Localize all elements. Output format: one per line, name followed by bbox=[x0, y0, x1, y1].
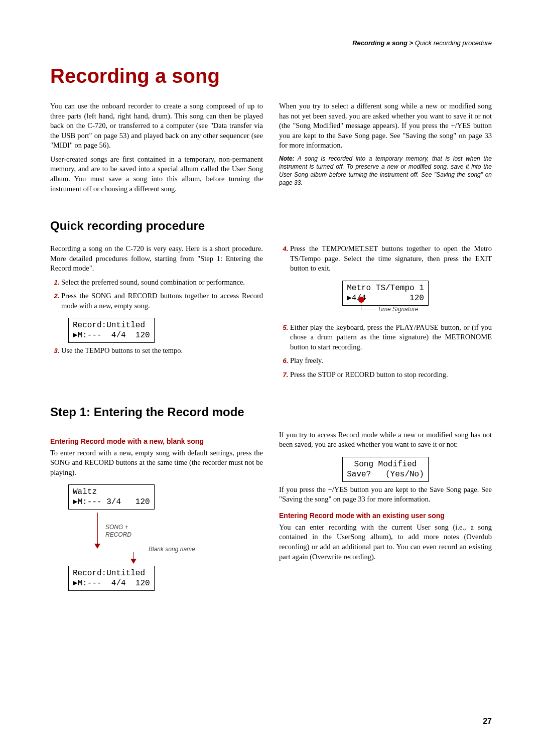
lcd-metro: Metro TS/Tempo 1 ▶4/4 120 bbox=[342, 281, 429, 306]
steps-right: Press the TEMPO/MET.SET buttons together… bbox=[279, 244, 492, 274]
lcd-record: Record:Untitled ▶M:--- 4/4 120 bbox=[68, 318, 155, 343]
steps-left: Select the preferred sound, sound combin… bbox=[50, 278, 263, 311]
intro-right-p1: When you try to select a different song … bbox=[279, 101, 492, 151]
arrow-label: SONG + RECORD bbox=[105, 524, 131, 538]
arrow-down-icon: SONG + RECORD bbox=[92, 513, 229, 548]
intro-columns: You can use the onboard recorder to crea… bbox=[50, 101, 492, 198]
step-2: Press the SONG and RECORD buttons togeth… bbox=[61, 291, 263, 311]
quick-title: Quick recording procedure bbox=[50, 219, 492, 233]
ts-caption: Time Signature bbox=[377, 306, 418, 313]
step1-right-p3: You can enter recording with the current… bbox=[279, 523, 492, 562]
note-label: Note: bbox=[279, 155, 295, 162]
intro-left-p2: User-created songs are first contained i… bbox=[50, 155, 263, 194]
step-5: Either play the keyboard, press the PLAY… bbox=[290, 323, 492, 352]
step1-title: Step 1: Entering the Record mode bbox=[50, 405, 492, 419]
note-text: A song is recorded into a temporary memo… bbox=[279, 155, 492, 187]
step-4: Press the TEMPO/MET.SET buttons together… bbox=[290, 244, 492, 274]
page-number: 27 bbox=[483, 717, 492, 726]
quick-left-p: Recording a song on the C-720 is very ea… bbox=[50, 244, 263, 274]
step-1: Select the preferred sound, sound combin… bbox=[61, 278, 263, 288]
intro-note: Note: A song is recorded into a temporar… bbox=[279, 155, 492, 187]
chapter-title: Recording a song bbox=[50, 65, 492, 87]
lcd-record-2: Record:Untitled ▶M:--- 4/4 120 bbox=[68, 566, 155, 591]
step1-p1: To enter record with a new, empty song w… bbox=[50, 448, 263, 478]
step1-sub2: Entering Record mode with an existing us… bbox=[279, 512, 492, 520]
step1-right-p2: If you press the +/YES button you are ke… bbox=[279, 485, 492, 505]
steps-left-cont: Use the TEMPO buttons to set the tempo. bbox=[50, 346, 263, 356]
step1-sub1: Entering Record mode with a new, blank s… bbox=[50, 437, 263, 445]
diagram: Waltz ▶M:--- 3/4 120 SONG + RECORD Blank… bbox=[68, 481, 229, 594]
step-6: Play freely. bbox=[290, 356, 492, 366]
pointer-line-h bbox=[361, 310, 376, 310]
running-header: Recording a song > Quick recording proce… bbox=[50, 39, 492, 47]
step-3: Use the TEMPO buttons to set the tempo. bbox=[61, 346, 263, 356]
steps-right-cont: Either play the keyboard, press the PLAY… bbox=[279, 323, 492, 380]
lcd-waltz: Waltz ▶M:--- 3/4 120 bbox=[68, 484, 155, 510]
pointer-line bbox=[361, 302, 361, 310]
header-sub: Quick recording procedure bbox=[415, 39, 492, 47]
blank-song-label: Blank song name bbox=[149, 546, 195, 553]
intro-left-p1: You can use the onboard recorder to crea… bbox=[50, 101, 263, 151]
pointer-dot-icon bbox=[358, 297, 364, 303]
step1-right-p1: If you try to access Record mode while a… bbox=[279, 430, 492, 450]
step-7: Press the STOP or RECORD button to stop … bbox=[290, 370, 492, 380]
quick-columns: Recording a song on the C-720 is very ea… bbox=[50, 244, 492, 384]
step1-columns: Entering Record mode with a new, blank s… bbox=[50, 430, 492, 594]
lcd-song-modified: Song Modified Save? (Yes/No) bbox=[342, 457, 429, 482]
header-section: Recording a song > bbox=[352, 39, 415, 47]
blank-label-row: Blank song name bbox=[68, 548, 229, 563]
